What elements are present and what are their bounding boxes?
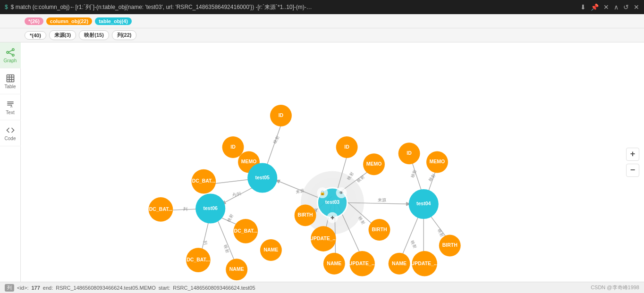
status-id-value: 177 [31, 285, 40, 291]
svg-line-4 [8, 52, 12, 54]
filter-mapping[interactable]: 映射(15) [79, 30, 109, 40]
node-dcbat-lefttop[interactable]: DC_BAT... [192, 169, 216, 194]
title-icons: ⬇ 📌 ✕ ∧ ↺ ✕ [580, 3, 639, 11]
svg-line-3 [8, 50, 12, 52]
up-icon[interactable]: ∧ [614, 3, 619, 11]
edge-label-mapping4: 映射 [226, 213, 235, 223]
node-birth-farright[interactable]: BIRTH [439, 235, 461, 257]
status-id-label: <id>: [17, 285, 28, 291]
node-dcbat-centerleftbottom[interactable]: DC_BAT... [234, 219, 258, 243]
dollar-sign: $ [5, 4, 8, 10]
svg-point-77 [398, 142, 420, 164]
zoom-controls: + − [626, 148, 639, 177]
sidebar-item-table[interactable]: Table [0, 68, 21, 94]
graph-svg: 映射 映射 映射 列 列 列 列 映射 映射 来源 来源 来源 映射 映射 映射… [21, 42, 644, 282]
edge-label-col3: 列 [183, 207, 187, 211]
zoom-out-button[interactable]: − [626, 164, 639, 177]
svg-point-51 [186, 248, 211, 272]
node-memo-farright[interactable]: MEMO [426, 151, 448, 173]
edge-label-col4: 列 [203, 240, 208, 245]
node-birth-right[interactable]: BIRTH [369, 219, 390, 241]
zoom-in-button[interactable]: + [626, 148, 639, 161]
node-name-centerleft[interactable]: NAME [260, 239, 282, 261]
tag-bar: *(26) column_obj(22) table_obj(4) [0, 14, 644, 28]
svg-point-47 [192, 169, 216, 194]
sidebar-label-graph: Graph [4, 58, 17, 63]
node-id-left[interactable]: ID [222, 136, 244, 158]
svg-point-75 [369, 219, 390, 241]
sidebar-item-code[interactable]: Code [0, 120, 21, 146]
svg-point-67 [389, 253, 410, 275]
svg-point-59 [295, 204, 316, 226]
svg-point-69 [412, 251, 437, 276]
svg-point-49 [149, 197, 173, 222]
download-icon[interactable]: ⬇ [580, 3, 586, 11]
node-dcbat-farleft[interactable]: DC_BAT... [149, 197, 173, 222]
status-start-label: start: [159, 285, 170, 291]
zoom-out-icon: − [630, 165, 636, 175]
sidebar-label-text: Text [6, 110, 14, 115]
svg-line-39 [400, 210, 421, 260]
zoom-in-icon: + [630, 149, 636, 159]
watermark: CSDN @李奇峰1998 [591, 284, 639, 291]
tag-column-obj[interactable]: column_obj(22) [46, 17, 92, 25]
refresh-icon[interactable]: ↺ [623, 3, 629, 11]
status-badge: 列 [5, 284, 14, 292]
node-test04[interactable]: test04 [409, 189, 439, 219]
edge-label-mapping10: 映射 [427, 173, 436, 182]
pin-icon[interactable]: 📌 [591, 3, 599, 11]
edge-label-mapping11: 映射 [437, 228, 445, 238]
node-dcbat-bottomleft[interactable]: DC_BAT... [186, 248, 211, 272]
graph-area[interactable]: 映射 映射 映射 列 列 列 列 映射 映射 来源 来源 来源 映射 映射 映射… [21, 42, 644, 282]
svg-point-43 [222, 136, 244, 158]
node-id-top[interactable]: ID [270, 105, 292, 126]
close-icon[interactable]: ✕ [634, 3, 639, 11]
svg-text:A: A [10, 104, 13, 108]
svg-point-0 [7, 51, 8, 53]
svg-point-65 [349, 251, 375, 276]
filter-column[interactable]: 列(22) [112, 30, 137, 40]
tag-all[interactable]: *(26) [25, 17, 43, 25]
node-id-righttop[interactable]: ID [336, 136, 358, 158]
node-test06[interactable]: test06 [195, 193, 225, 223]
svg-point-1 [12, 49, 14, 50]
svg-point-63 [323, 253, 345, 275]
edge-label-mapping: 映射 [272, 135, 280, 145]
sidebar-item-graph[interactable]: Graph [0, 42, 21, 68]
edge-label-col2: 列 [236, 191, 242, 197]
svg-point-41 [270, 105, 292, 126]
edge-label-mapping7: 映射 [356, 174, 365, 183]
status-start-value: RSRC_14865608093466624.test05 [173, 285, 255, 291]
svg-point-83 [195, 193, 225, 223]
node-id-farrighttop[interactable]: ID [398, 142, 420, 164]
edge-label-mapping9: 映射 [410, 168, 418, 178]
sidebar-label-table: Table [5, 84, 16, 89]
edge-label-mapping12: 映射 [410, 240, 418, 249]
filter-source[interactable]: 来源(3) [49, 30, 76, 40]
svg-point-81 [439, 235, 461, 257]
svg-rect-5 [7, 75, 14, 82]
node-test05[interactable]: test05 [247, 163, 277, 193]
sidebar-item-text[interactable]: A Text [0, 94, 21, 120]
svg-point-89 [409, 189, 439, 219]
tag-table-obj[interactable]: table_obj(4) [95, 17, 132, 25]
node-update-centerright[interactable]: UPDATE_... [349, 251, 376, 276]
filter-all[interactable]: *(40) [25, 31, 46, 40]
svg-text:👁: 👁 [339, 190, 344, 195]
node-memo-right[interactable]: MEMO [363, 153, 385, 175]
sidebar-label-code: Code [5, 136, 16, 141]
svg-point-73 [363, 153, 385, 175]
title-bar: $ $ match (c:column_obj)←[r1:`列`]-(n:tab… [0, 0, 644, 14]
svg-point-2 [12, 54, 14, 56]
unpin-icon[interactable]: ✕ [603, 3, 609, 11]
node-name-rightbottom[interactable]: NAME [389, 253, 410, 275]
node-birth-centerleft[interactable]: BIRTH [295, 204, 316, 226]
node-name-bottomleft[interactable]: NAME [226, 259, 247, 280]
edge-label-mapping5: 映射 [223, 244, 231, 254]
svg-text:✚: ✚ [330, 215, 334, 220]
node-name-centerbottom[interactable]: NAME [323, 253, 345, 275]
main-area: Graph Table A Text [0, 42, 644, 282]
node-update-right[interactable]: UPDATE_... [411, 251, 438, 276]
filter-bar: *(40) 来源(3) 映射(15) 列(22) [0, 28, 644, 42]
sidebar: Graph Table A Text [0, 42, 21, 282]
